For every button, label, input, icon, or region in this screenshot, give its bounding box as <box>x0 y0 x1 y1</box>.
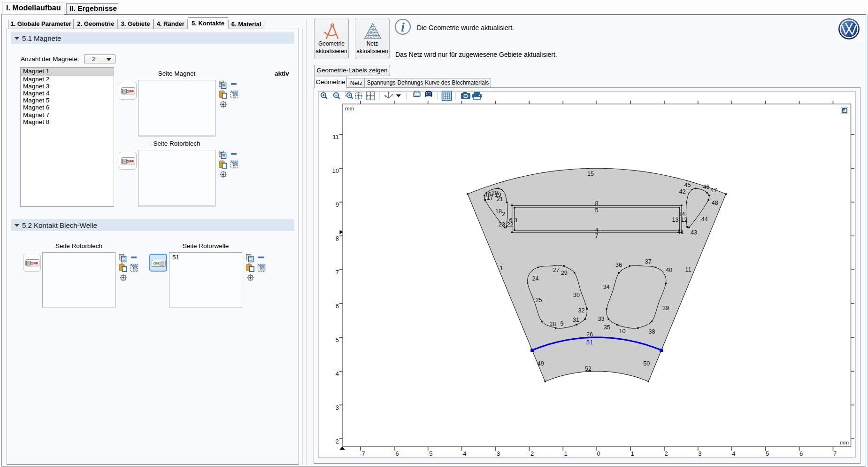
svg-text:37: 37 <box>645 258 652 265</box>
svg-text:40: 40 <box>666 267 672 273</box>
svg-text:29: 29 <box>561 270 568 276</box>
svg-text:7: 7 <box>595 233 598 239</box>
svg-text:9: 9 <box>560 320 563 327</box>
svg-text:-3: -3 <box>495 450 500 457</box>
svg-text:-1: -1 <box>562 450 568 457</box>
svg-text:6: 6 <box>336 303 339 310</box>
svg-text:11: 11 <box>333 133 339 140</box>
svg-text:-7: -7 <box>360 450 365 457</box>
svg-text:9: 9 <box>336 201 339 208</box>
svg-text:5: 5 <box>766 450 769 457</box>
svg-text:52: 52 <box>585 366 591 372</box>
svg-text:15: 15 <box>587 171 594 177</box>
svg-text:39: 39 <box>662 305 669 311</box>
svg-text:8: 8 <box>595 200 598 207</box>
svg-text:7: 7 <box>336 269 339 276</box>
svg-text:5: 5 <box>336 336 339 343</box>
svg-text:49: 49 <box>538 360 544 367</box>
svg-text:mm: mm <box>345 106 354 111</box>
svg-text:21: 21 <box>497 196 503 202</box>
svg-text:1: 1 <box>630 450 634 457</box>
svg-text:26: 26 <box>586 331 593 338</box>
svg-text:34: 34 <box>603 284 610 290</box>
svg-text:7: 7 <box>833 450 837 457</box>
svg-text:4: 4 <box>336 370 339 377</box>
svg-text:24: 24 <box>532 275 539 282</box>
svg-text:38: 38 <box>648 328 655 335</box>
svg-text:-6: -6 <box>393 450 399 457</box>
svg-text:27: 27 <box>553 267 560 273</box>
svg-text:mm: mm <box>840 440 849 445</box>
svg-text:30: 30 <box>573 292 580 298</box>
svg-text:50: 50 <box>643 360 650 367</box>
svg-text:10: 10 <box>332 167 339 174</box>
svg-text:3: 3 <box>514 217 517 224</box>
svg-text:43: 43 <box>691 229 697 236</box>
svg-text:10: 10 <box>619 328 626 335</box>
svg-text:25: 25 <box>536 297 542 304</box>
svg-text:42: 42 <box>679 188 686 195</box>
svg-text:8: 8 <box>336 235 339 242</box>
svg-text:28: 28 <box>549 321 556 327</box>
svg-text:35: 35 <box>604 324 610 331</box>
svg-text:45: 45 <box>684 182 691 188</box>
svg-text:-4: -4 <box>461 450 467 457</box>
svg-text:32: 32 <box>578 307 585 314</box>
svg-text:5: 5 <box>595 207 598 214</box>
svg-text:44: 44 <box>701 216 708 223</box>
svg-text:-5: -5 <box>427 450 433 457</box>
svg-text:23: 23 <box>499 221 505 228</box>
svg-text:11: 11 <box>685 266 691 273</box>
svg-text:1: 1 <box>499 265 503 272</box>
svg-text:2: 2 <box>336 438 339 445</box>
svg-text:48: 48 <box>712 200 718 206</box>
svg-text:2: 2 <box>664 450 668 457</box>
svg-text:0: 0 <box>597 450 600 457</box>
svg-text:12: 12 <box>681 217 687 223</box>
svg-text:6: 6 <box>799 450 803 457</box>
svg-text:-2: -2 <box>529 450 534 457</box>
svg-text:36: 36 <box>615 262 622 268</box>
svg-text:33: 33 <box>598 316 605 322</box>
svg-text:3: 3 <box>336 404 339 411</box>
svg-text:51: 51 <box>586 339 593 346</box>
svg-text:18: 18 <box>495 208 502 215</box>
svg-text:4: 4 <box>732 450 735 457</box>
svg-text:22: 22 <box>507 221 514 228</box>
svg-text:31: 31 <box>573 317 579 323</box>
svg-text:46: 46 <box>703 184 709 190</box>
svg-text:13: 13 <box>672 217 679 223</box>
svg-text:41: 41 <box>677 229 684 235</box>
svg-text:2: 2 <box>502 211 505 218</box>
svg-text:3: 3 <box>698 450 701 457</box>
svg-text:47: 47 <box>710 187 717 194</box>
